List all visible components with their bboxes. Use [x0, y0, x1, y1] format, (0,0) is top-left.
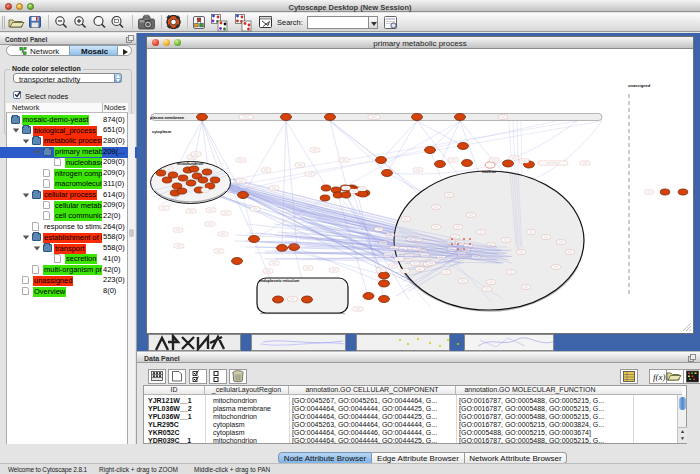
svg-text:endoplasmic reticulum: endoplasmic reticulum [259, 279, 300, 283]
svg-text:plasma membrane: plasma membrane [150, 115, 185, 120]
svg-text:unassigned: unassigned [628, 83, 651, 88]
svg-text:nucleus: nucleus [482, 170, 496, 174]
svg-text:mitochondrion: mitochondrion [177, 162, 204, 166]
svg-text:f(x): f(x) [653, 372, 666, 382]
svg-text:cytoplasm: cytoplasm [152, 129, 172, 134]
